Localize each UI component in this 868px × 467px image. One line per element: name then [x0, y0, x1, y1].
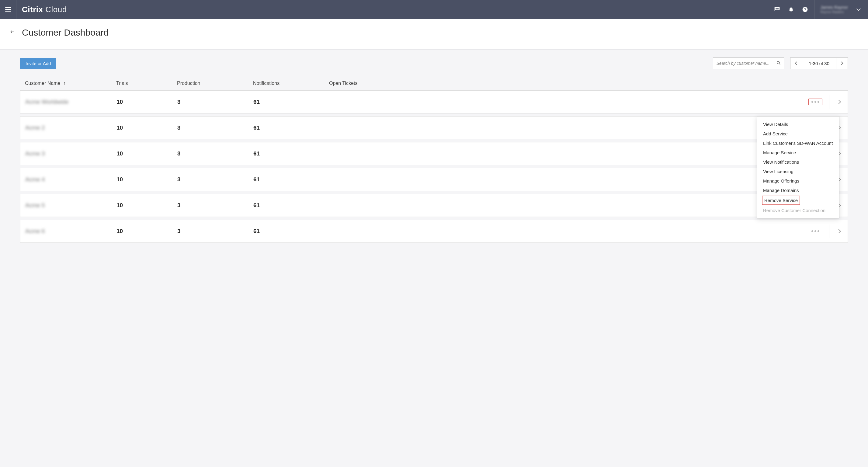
table-row: Acme Worldwide10361 [20, 90, 848, 114]
cell-production: 3 [177, 202, 253, 209]
menu-view-details[interactable]: View Details [757, 120, 839, 129]
cell-notifications: 61 [253, 98, 330, 105]
menu-link-sdwan[interactable]: Link Customer's SD-WAN Account [757, 139, 839, 148]
col-notifications[interactable]: Notifications [253, 81, 329, 86]
invite-or-add-button[interactable]: Invite or Add [20, 58, 56, 69]
cell-customer-name: Acme 5 [25, 202, 117, 209]
cell-notifications: 61 [253, 176, 330, 183]
cell-notifications: 61 [253, 202, 330, 209]
table-row: Acme 410361 [20, 168, 848, 191]
cell-trials: 10 [117, 98, 177, 105]
pager-label: 1-30 of 30 [802, 58, 836, 69]
menu-view-notifications[interactable]: View Notifications [757, 157, 839, 167]
cell-trials: 10 [117, 202, 177, 209]
search-box[interactable] [713, 58, 784, 69]
user-name: James Raynor [820, 5, 848, 10]
cell-notifications: 61 [253, 150, 330, 157]
brand-light: Cloud [43, 5, 67, 14]
row-expand[interactable] [835, 98, 843, 106]
sort-asc-icon: ↑ [63, 81, 66, 86]
menu-toggle[interactable] [0, 0, 17, 19]
menu-view-licensing[interactable]: View Licensing [757, 167, 839, 176]
user-text: James Raynor Raynor Raiders [820, 5, 848, 14]
cell-production: 3 [177, 176, 253, 183]
cell-customer-name: Acme 4 [25, 176, 117, 183]
cell-trials: 10 [117, 124, 177, 131]
chevron-down-icon [857, 7, 861, 11]
divider [829, 225, 829, 238]
cell-trials: 10 [117, 228, 177, 235]
menu-add-service[interactable]: Add Service [757, 129, 839, 139]
menu-manage-domains[interactable]: Manage Domains [757, 185, 839, 195]
menu-manage-service[interactable]: Manage Service [757, 148, 839, 157]
page-header: Customer Dashboard [0, 19, 868, 50]
table-row: Acme 310361 [20, 142, 848, 165]
cell-customer-name: Acme 6 [25, 228, 117, 235]
table-header: Customer Name ↑ Trials Production Notifi… [20, 76, 848, 90]
col-trials[interactable]: Trials [116, 81, 177, 86]
row-context-menu: View Details Add Service Link Customer's… [757, 116, 839, 218]
cell-notifications: 61 [253, 124, 330, 131]
help-icon[interactable] [802, 6, 808, 12]
user-org: Raynor Raiders [820, 10, 848, 14]
table-row: Acme 510361 [20, 194, 848, 217]
col-open-tickets[interactable]: Open Tickets [329, 81, 798, 86]
row-menu-button[interactable] [808, 228, 823, 235]
page-title: Customer Dashboard [22, 27, 108, 38]
cell-customer-name: Acme 3 [25, 150, 117, 157]
hamburger-icon [5, 7, 11, 11]
pager-next[interactable] [836, 58, 848, 69]
cell-trials: 10 [117, 150, 177, 157]
back-button[interactable] [9, 30, 17, 36]
brand-logo[interactable]: Citrix Cloud [17, 5, 67, 14]
top-nav: Citrix Cloud James Raynor Raynor Raiders [0, 0, 868, 19]
cell-customer-name: Acme 2 [25, 124, 117, 131]
col-customer-name[interactable]: Customer Name ↑ [25, 81, 116, 86]
search-icon[interactable] [776, 61, 781, 66]
cell-production: 3 [177, 228, 253, 235]
cell-production: 3 [177, 98, 253, 105]
cell-production: 3 [177, 124, 253, 131]
pager-prev[interactable] [790, 58, 802, 69]
row-expand[interactable] [835, 227, 843, 235]
menu-manage-offerings[interactable]: Manage Offerings [757, 176, 839, 185]
nav-icons [774, 6, 814, 12]
row-actions [797, 220, 843, 242]
cell-notifications: 61 [253, 228, 330, 235]
table-row: Acme 610361 [20, 220, 848, 243]
user-menu[interactable]: James Raynor Raynor Raiders [814, 0, 868, 19]
toolbar: Invite or Add 1-30 of 30 [0, 50, 868, 76]
divider [829, 95, 829, 109]
pager: 1-30 of 30 [790, 58, 848, 69]
customer-table: Customer Name ↑ Trials Production Notifi… [0, 76, 868, 258]
row-actions [797, 91, 843, 113]
svg-point-0 [777, 61, 779, 64]
svg-line-1 [779, 63, 780, 64]
menu-remove-service[interactable]: Remove Service [762, 196, 800, 205]
row-menu-button[interactable] [808, 98, 823, 105]
brand-bold: Citrix [22, 5, 43, 14]
cell-customer-name: Acme Worldwide [25, 98, 117, 105]
menu-remove-connection: Remove Customer Connection [757, 206, 839, 215]
notifications-icon[interactable] [788, 6, 794, 12]
col-production[interactable]: Production [177, 81, 253, 86]
cell-production: 3 [177, 150, 253, 157]
table-row: Acme 210361 [20, 116, 848, 139]
cell-trials: 10 [117, 176, 177, 183]
feedback-icon[interactable] [774, 6, 780, 12]
search-input[interactable] [716, 61, 774, 66]
